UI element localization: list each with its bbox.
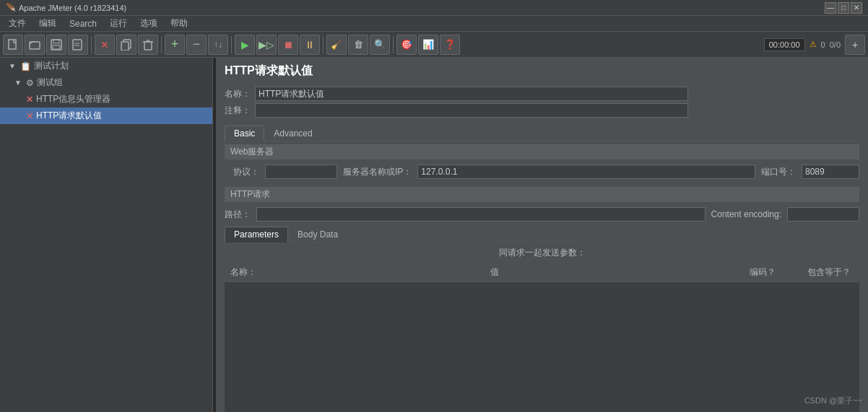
http-header-error-icon: ✕ [26, 95, 33, 105]
comment-row: 注释： [225, 103, 859, 118]
test-group-icon: ⚙ [26, 78, 34, 88]
separator-4 [323, 36, 324, 53]
timer-display: 00:00:00 [764, 38, 805, 51]
name-row: 名称： [225, 87, 859, 101]
minimize-button[interactable]: — [825, 2, 836, 14]
main-tabs: Basic Advanced [225, 126, 859, 141]
comment-label: 注释： [225, 105, 251, 117]
tab-advanced[interactable]: Advanced [264, 126, 321, 141]
server-label: 服务器名称或IP： [343, 166, 412, 178]
watermark: CSDN @栗子~~ [804, 395, 862, 406]
svg-rect-10 [144, 42, 152, 50]
warning-count: 0 [821, 40, 825, 49]
encoding-input[interactable] [787, 207, 859, 222]
saveas-button[interactable] [68, 35, 88, 55]
search-button[interactable]: 🔍 [370, 35, 390, 55]
main-layout: ▼ 📋 测试计划 ▼ ⚙ 测试组 ✕ HTTP信息头管理器 ✕ HTTP请求默认… [0, 58, 868, 412]
port-input[interactable] [802, 165, 859, 179]
sidebar: ▼ 📋 测试计划 ▼ ⚙ 测试组 ✕ HTTP信息头管理器 ✕ HTTP请求默认… [0, 58, 213, 412]
web-server-section-header: Web服务器 [225, 144, 859, 159]
shutdown-button[interactable]: ⏸ [300, 35, 320, 55]
menu-file[interactable]: 文件 [3, 16, 32, 31]
server-input[interactable] [417, 165, 755, 179]
tree-item-test-group[interactable]: ▼ ⚙ 测试组 [0, 74, 212, 91]
menu-search[interactable]: Search [64, 17, 103, 30]
remote-stop-button[interactable]: 📊 [418, 35, 438, 55]
open-button[interactable] [25, 35, 45, 55]
stop-button[interactable]: ✕ [95, 35, 115, 55]
col-encode: 编码？ [744, 265, 802, 280]
menu-options[interactable]: 选项 [134, 16, 163, 31]
http-defaults-label: HTTP请求默认值 [36, 110, 102, 122]
tree-item-test-plan[interactable]: ▼ 📋 测试计划 [0, 58, 212, 74]
tree-arrow-test-plan: ▼ [9, 62, 16, 70]
stop-all-button[interactable]: ⏹ [278, 35, 298, 55]
col-equals: 包含等于？ [802, 265, 859, 280]
separator-1 [91, 36, 92, 53]
path-row: 路径： Content encoding: [216, 204, 868, 224]
name-label: 名称： [225, 88, 251, 100]
menu-run[interactable]: 运行 [104, 16, 133, 31]
http-request-section-header: HTTP请求 [225, 187, 859, 202]
separator-3 [231, 36, 232, 53]
test-plan-label: 测试计划 [34, 60, 69, 72]
comment-input[interactable] [255, 103, 688, 118]
sub-tab-parameters[interactable]: Parameters [225, 227, 288, 242]
panel-title: HTTP请求默认值 [216, 58, 868, 82]
toolbar: ✕ + − ↑↓ ▶ ▶▷ ⏹ ⏸ 🧹 🗑 🔍 🎯 📊 ❓ 00:00:00 ⚠… [0, 32, 868, 58]
separator-2 [161, 36, 162, 53]
svg-rect-5 [73, 40, 82, 50]
clear-all-button[interactable]: 🗑 [348, 35, 368, 55]
app-icon: 🪶 [6, 3, 16, 12]
toolbar-right: 00:00:00 ⚠ 0 0/0 + [764, 35, 865, 55]
start-no-pause-button[interactable]: ▶▷ [256, 35, 277, 55]
svg-rect-4 [53, 45, 60, 49]
test-plan-icon: 📋 [20, 61, 31, 71]
tab-basic[interactable]: Basic [225, 126, 264, 141]
new-button[interactable] [3, 35, 23, 55]
start-button[interactable]: ▶ [235, 35, 255, 55]
test-group-label: 测试组 [37, 76, 63, 89]
copy-button[interactable] [116, 35, 136, 55]
add-button[interactable]: + [165, 35, 185, 55]
remote-start-button[interactable]: 🎯 [396, 35, 417, 55]
tree-item-http-header[interactable]: ✕ HTTP信息头管理器 [0, 91, 212, 108]
svg-rect-9 [121, 42, 129, 51]
params-table-body [225, 282, 859, 412]
tree-item-http-defaults[interactable]: ✕ HTTP请求默认值 [0, 108, 212, 124]
maximize-button[interactable]: □ [838, 2, 849, 14]
window-title: Apache JMeter (4.0 r1823414) [19, 4, 126, 12]
expand-button[interactable]: + [845, 35, 865, 55]
protocol-input[interactable] [265, 165, 337, 179]
help-button[interactable]: ❓ [440, 35, 460, 55]
http-defaults-error-icon: ✕ [26, 111, 33, 121]
path-input[interactable] [256, 207, 706, 222]
title-bar-left: 🪶 Apache JMeter (4.0 r1823414) [6, 3, 126, 12]
title-bar-controls[interactable]: — □ ✕ [825, 2, 862, 14]
col-name: 名称： [225, 265, 485, 280]
protocol-label: 协议： [233, 166, 259, 178]
delete-button[interactable] [138, 35, 158, 55]
menu-edit[interactable]: 编辑 [33, 16, 62, 31]
params-header: 同请求一起发送参数： [216, 242, 868, 263]
sub-tabs: Parameters Body Data [225, 227, 859, 242]
remove-button[interactable]: − [186, 35, 207, 55]
name-section: 名称： 注释： [216, 82, 868, 123]
svg-rect-0 [9, 40, 16, 49]
up-button[interactable]: ↑↓ [208, 35, 228, 55]
encoding-label: Content encoding: [711, 209, 781, 219]
save-button[interactable] [46, 35, 66, 55]
title-bar: 🪶 Apache JMeter (4.0 r1823414) — □ ✕ [0, 0, 868, 16]
tree-arrow-test-group: ▼ [14, 79, 22, 87]
menu-help[interactable]: 帮助 [165, 16, 194, 31]
clear-button[interactable]: 🧹 [326, 35, 347, 55]
name-input[interactable] [255, 87, 688, 101]
sub-tab-body-data[interactable]: Body Data [288, 227, 347, 242]
http-header-label: HTTP信息头管理器 [36, 93, 110, 105]
separator-5 [393, 36, 394, 53]
port-label: 端口号： [761, 166, 796, 178]
col-value: 值 [485, 265, 745, 280]
table-header: 名称： 值 编码？ 包含等于？ [225, 263, 859, 282]
menu-bar: 文件 编辑 Search 运行 选项 帮助 [0, 16, 868, 32]
close-button[interactable]: ✕ [851, 2, 862, 14]
